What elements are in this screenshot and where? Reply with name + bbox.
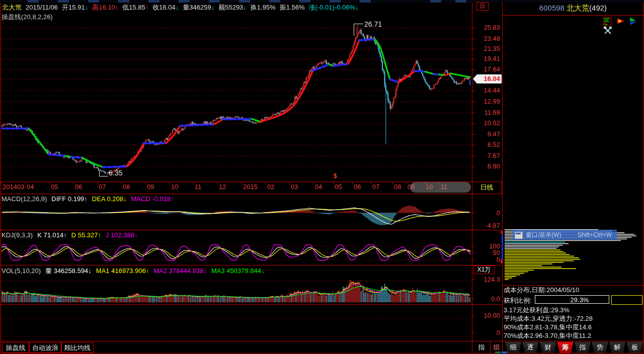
window-menu-tooltip[interactable]: 窗口/菜单(W) Shift+Ctrl+W: [513, 230, 617, 240]
cost-detail-line: 90%成本2.81-3.78,集中度14.6: [504, 323, 592, 332]
x-axis-tick: 03: [291, 183, 298, 191]
stock-name: 北大荒: [567, 4, 589, 12]
sub-axis-tick: 0: [473, 209, 500, 217]
y-axis-tick: 12.99: [472, 98, 500, 105]
toolbar-icon-remnant: [430, 0, 441, 3]
tab-逐[interactable]: 逐: [523, 342, 539, 353]
y-axis-tick: 10.52: [472, 119, 500, 127]
sub-axis-tick: 124.3: [473, 276, 500, 283]
daily-period-icon[interactable]: 日: [476, 2, 489, 11]
chip-distribution-icon[interactable]: [603, 17, 612, 26]
indicator-value: KDJ(9,3,3): [2, 231, 33, 239]
stock-terminal-window: { "colors":{"axis_red":"#ff3c3c","border…: [0, 0, 644, 354]
trend-arrow: ↓: [355, 4, 359, 11]
toolbar-icon-remnant: [455, 0, 466, 3]
trend-arrow: ↓: [211, 4, 215, 11]
tooltip-label: 窗口/菜单(W): [526, 230, 561, 240]
x-axis-tick: 02: [267, 183, 274, 191]
tab-势[interactable]: 势: [592, 342, 608, 353]
indicator-value: MA3 450379.844↓: [211, 267, 265, 275]
macd-values-label: MACD(12,26,9)DIFF 0.199↑DEA 0.208↓MACD -…: [2, 195, 179, 203]
trend-arrow: ↓: [176, 4, 179, 11]
x-axis-tick: 04: [315, 183, 322, 191]
stock-info-item: 量346259↓: [183, 4, 214, 11]
x-axis-tick: 08: [394, 183, 401, 191]
timeline-scroll-thumb[interactable]: [410, 182, 471, 193]
trend-arrow: ↓: [115, 4, 119, 11]
tools-icon[interactable]: [603, 26, 612, 35]
tab-解[interactable]: 解: [609, 342, 625, 353]
y-axis-tick: 6.90: [472, 162, 500, 170]
sub-axis-tick: 10.00: [473, 312, 500, 319]
y-axis-tick: 7.67: [472, 152, 500, 159]
stock-count: (492): [589, 4, 607, 12]
toolbar-icon-remnant: [330, 0, 341, 3]
tab-自动波浪[interactable]: 自动波浪: [29, 342, 61, 353]
toolbar-icon-remnant: [239, 0, 250, 3]
indicator-value: DEA 0.208↓: [92, 195, 127, 203]
cost-detail-line: 70%成本2.96-3.70,集中度11.2: [504, 331, 591, 340]
indicator-value: MA2 378444.938↓: [153, 267, 207, 275]
stock-info-bar: 北大荒2015/11/06开15.91↓高16.10↓低15.85↑收16.04…: [2, 3, 363, 11]
cost-detail-line: 3.17元处获利盘:29.3%: [504, 306, 570, 315]
x-axis-tick: 09: [147, 183, 154, 191]
tooltip-shortcut: Shift+Ctrl+W: [578, 230, 612, 240]
trend-arrow-icon[interactable]: [629, 17, 638, 26]
profit-ratio-spare-box: [611, 295, 642, 305]
x-axis-tick: 04: [27, 183, 34, 191]
trend-arrow: ↓: [243, 4, 247, 11]
toolbar-icon-remnant: [88, 0, 99, 3]
cost-title: 成本分布,日期:2004/05/10: [504, 286, 579, 295]
x-axis-tick: 08: [123, 183, 130, 191]
cost-detail-line: 平均成本:3.42元,穿透力:-72.28: [504, 314, 593, 323]
stock-info-item: 振1.56%: [280, 4, 305, 11]
toolbar-icon-remnant: [209, 0, 220, 3]
vol-values-label: VOL(5,10,20)量 346258.594↓MA1 416973.906↑…: [2, 267, 269, 276]
toolbar-icon-remnant: [118, 0, 129, 3]
stock-info-item: 2015/11/06: [26, 4, 58, 11]
toolbar-icon-remnant: [58, 0, 69, 3]
flag-icon[interactable]: [616, 17, 625, 26]
stock-title: 600598 北大荒(492): [502, 4, 644, 13]
stock-info-item: 换1.95%: [251, 4, 276, 11]
y-axis-tick: 8.52: [472, 141, 500, 148]
y-axis-tick: 25.83: [472, 24, 500, 31]
indicator-value: VOL(5,10,20): [2, 267, 41, 275]
right-panel-toolbar: [601, 17, 644, 35]
high-annotation: 26.71: [364, 20, 382, 28]
tab-操盘线[interactable]: 操盘线: [2, 342, 29, 353]
event-marker-icon: $: [334, 172, 337, 180]
y-axis-tick: 21.35: [472, 45, 500, 52]
toolbar-icon-remnant: [148, 0, 159, 3]
toolbar-icon-remnant: [179, 0, 190, 3]
tab-财[interactable]: 财: [540, 342, 556, 353]
tab-细[interactable]: 细: [505, 342, 521, 353]
tab-顾比均线[interactable]: 顾比均线: [61, 342, 94, 353]
tab-指[interactable]: 指: [575, 342, 591, 353]
x-axis-tick: 10: [171, 183, 178, 191]
stock-info-item: 低15.85↑: [122, 4, 148, 11]
indicator-value: 量 346258.594↓: [45, 267, 92, 275]
period-label[interactable]: 日线: [472, 182, 501, 193]
y-axis-tick: 14.44: [472, 86, 500, 94]
indicator-value: MA1 416973.906↑: [96, 267, 149, 275]
x-axis-tick: 2015: [243, 183, 258, 191]
stock-info-item: 收16.04↓: [152, 4, 179, 11]
sub-axis-tick: 0: [473, 329, 500, 336]
y-axis-tick: 23.48: [472, 35, 500, 42]
tab-板[interactable]: 板: [627, 342, 643, 353]
tab-筹[interactable]: 筹: [557, 342, 574, 353]
sub-axis-tick: -4.87: [473, 222, 500, 229]
stock-info-item: 开15.91↓: [62, 4, 88, 11]
current-price-tag: 16.04: [473, 74, 502, 83]
x-axis-tick: 05: [51, 183, 58, 191]
x-axis-tick: 07: [99, 183, 106, 191]
profit-ratio-label: 获利比例:: [504, 297, 532, 304]
volume-unit-label: X1万: [473, 266, 495, 274]
toolbar-icon-remnant: [299, 0, 310, 3]
x-axis-tick: 05: [335, 183, 342, 191]
x-axis-tick: 07: [372, 183, 379, 191]
mini-label-group[interactable]: 组: [491, 343, 502, 352]
indicator-value: K 71.014↑: [37, 231, 67, 239]
mini-label-indicator[interactable]: 指: [473, 343, 490, 352]
